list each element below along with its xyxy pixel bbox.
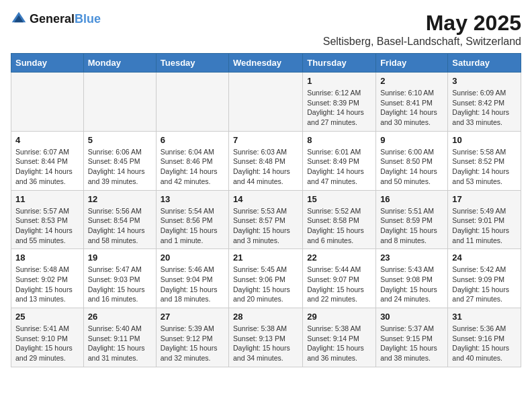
calendar-title: May 2025 [323,11,521,36]
day-number: 22 [307,253,371,263]
day-info: Sunrise: 5:42 AMSunset: 9:09 PMDaylight:… [452,265,517,304]
day-cell: 6Sunrise: 6:04 AMSunset: 8:46 PMDaylight… [156,131,228,190]
day-number: 28 [233,312,298,322]
logo-icon [11,11,27,27]
day-info: Sunrise: 5:51 AMSunset: 8:59 PMDaylight:… [380,206,443,246]
title-block: May 2025 Seltisberg, Basel-Landschaft, S… [323,11,521,48]
day-info: Sunrise: 5:43 AMSunset: 9:08 PMDaylight:… [380,265,443,304]
day-info: Sunrise: 5:38 AMSunset: 9:13 PMDaylight:… [233,324,298,363]
week-row-5: 25Sunrise: 5:41 AMSunset: 9:10 PMDayligh… [11,308,521,367]
day-number: 13 [161,194,224,204]
day-info: Sunrise: 5:58 AMSunset: 8:52 PMDaylight:… [452,147,517,187]
day-cell: 13Sunrise: 5:54 AMSunset: 8:56 PMDayligh… [156,190,228,249]
day-info: Sunrise: 6:07 AMSunset: 8:44 PMDaylight:… [15,147,79,187]
day-cell: 28Sunrise: 5:38 AMSunset: 9:13 PMDayligh… [229,308,303,367]
day-cell: 14Sunrise: 5:53 AMSunset: 8:57 PMDayligh… [229,190,303,249]
day-number: 10 [452,135,517,145]
day-number: 14 [233,194,298,204]
day-cell: 7Sunrise: 6:03 AMSunset: 8:48 PMDaylight… [229,131,303,190]
day-number: 5 [88,135,152,145]
calendar-subtitle: Seltisberg, Basel-Landschaft, Switzerlan… [323,36,521,48]
day-cell [156,73,228,132]
day-number: 11 [15,194,79,204]
day-cell: 16Sunrise: 5:51 AMSunset: 8:59 PMDayligh… [376,190,448,249]
day-info: Sunrise: 5:45 AMSunset: 9:06 PMDaylight:… [233,265,298,304]
day-info: Sunrise: 5:54 AMSunset: 8:56 PMDaylight:… [161,206,224,246]
day-cell: 23Sunrise: 5:43 AMSunset: 9:08 PMDayligh… [376,249,448,308]
day-number: 1 [307,76,371,86]
day-number: 4 [15,135,79,145]
day-info: Sunrise: 5:56 AMSunset: 8:54 PMDaylight:… [88,206,152,246]
day-cell: 25Sunrise: 5:41 AMSunset: 9:10 PMDayligh… [11,308,84,367]
day-cell: 1Sunrise: 6:12 AMSunset: 8:39 PMDaylight… [303,73,376,132]
day-number: 26 [88,312,152,322]
day-number: 17 [452,194,517,204]
header-cell-wednesday: Wednesday [229,54,303,73]
day-number: 3 [452,76,517,86]
day-cell: 31Sunrise: 5:36 AMSunset: 9:16 PMDayligh… [448,308,521,367]
day-info: Sunrise: 5:37 AMSunset: 9:15 PMDaylight:… [380,324,443,363]
day-info: Sunrise: 5:40 AMSunset: 9:11 PMDaylight:… [88,324,152,363]
day-number: 6 [161,135,224,145]
day-info: Sunrise: 5:44 AMSunset: 9:07 PMDaylight:… [307,265,371,304]
header-cell-friday: Friday [376,54,448,73]
day-info: Sunrise: 5:46 AMSunset: 9:04 PMDaylight:… [161,265,224,304]
week-row-1: 1Sunrise: 6:12 AMSunset: 8:39 PMDaylight… [11,73,521,132]
day-cell: 4Sunrise: 6:07 AMSunset: 8:44 PMDaylight… [11,131,84,190]
day-cell: 19Sunrise: 5:47 AMSunset: 9:03 PMDayligh… [83,249,156,308]
logo: GeneralBlue [11,11,101,27]
day-info: Sunrise: 5:36 AMSunset: 9:16 PMDaylight:… [452,324,517,363]
day-info: Sunrise: 5:47 AMSunset: 9:03 PMDaylight:… [88,265,152,304]
day-cell: 2Sunrise: 6:10 AMSunset: 8:41 PMDaylight… [376,73,448,132]
header-cell-monday: Monday [83,54,156,73]
day-cell: 30Sunrise: 5:37 AMSunset: 9:15 PMDayligh… [376,308,448,367]
day-number: 21 [233,253,298,263]
day-cell: 22Sunrise: 5:44 AMSunset: 9:07 PMDayligh… [303,249,376,308]
day-number: 18 [15,253,79,263]
header-cell-saturday: Saturday [448,54,521,73]
day-info: Sunrise: 6:06 AMSunset: 8:45 PMDaylight:… [88,147,152,187]
logo-text-general: General [30,12,75,26]
day-number: 29 [307,312,371,322]
day-number: 8 [307,135,371,145]
day-number: 20 [161,253,224,263]
day-cell: 5Sunrise: 6:06 AMSunset: 8:45 PMDaylight… [83,131,156,190]
day-info: Sunrise: 6:03 AMSunset: 8:48 PMDaylight:… [233,147,298,187]
day-cell: 24Sunrise: 5:42 AMSunset: 9:09 PMDayligh… [448,249,521,308]
calendar-header: SundayMondayTuesdayWednesdayThursdayFrid… [11,54,521,73]
day-cell: 20Sunrise: 5:46 AMSunset: 9:04 PMDayligh… [156,249,228,308]
week-row-4: 18Sunrise: 5:48 AMSunset: 9:02 PMDayligh… [11,249,521,308]
day-cell [11,73,84,132]
header-cell-sunday: Sunday [11,54,84,73]
day-info: Sunrise: 5:49 AMSunset: 9:01 PMDaylight:… [452,206,517,246]
header-cell-tuesday: Tuesday [156,54,228,73]
day-number: 23 [380,253,443,263]
day-cell [83,73,156,132]
day-info: Sunrise: 5:53 AMSunset: 8:57 PMDaylight:… [233,206,298,246]
day-number: 31 [452,312,517,322]
day-number: 9 [380,135,443,145]
header-row: SundayMondayTuesdayWednesdayThursdayFrid… [11,54,521,73]
header-cell-thursday: Thursday [303,54,376,73]
day-cell: 3Sunrise: 6:09 AMSunset: 8:42 PMDaylight… [448,73,521,132]
day-cell: 15Sunrise: 5:52 AMSunset: 8:58 PMDayligh… [303,190,376,249]
day-cell: 17Sunrise: 5:49 AMSunset: 9:01 PMDayligh… [448,190,521,249]
day-cell: 27Sunrise: 5:39 AMSunset: 9:12 PMDayligh… [156,308,228,367]
day-info: Sunrise: 5:41 AMSunset: 9:10 PMDaylight:… [15,324,79,363]
day-number: 27 [161,312,224,322]
day-number: 2 [380,76,443,86]
logo-text-blue: Blue [75,12,101,26]
day-cell: 12Sunrise: 5:56 AMSunset: 8:54 PMDayligh… [83,190,156,249]
day-number: 19 [88,253,152,263]
page-header: GeneralBlue May 2025 Seltisberg, Basel-L… [11,11,521,48]
day-info: Sunrise: 5:38 AMSunset: 9:14 PMDaylight:… [307,324,371,363]
day-cell: 9Sunrise: 6:00 AMSunset: 8:50 PMDaylight… [376,131,448,190]
day-info: Sunrise: 6:10 AMSunset: 8:41 PMDaylight:… [380,88,443,128]
day-number: 30 [380,312,443,322]
day-cell: 8Sunrise: 6:01 AMSunset: 8:49 PMDaylight… [303,131,376,190]
day-info: Sunrise: 5:57 AMSunset: 8:53 PMDaylight:… [15,206,79,246]
day-number: 24 [452,253,517,263]
day-info: Sunrise: 6:01 AMSunset: 8:49 PMDaylight:… [307,147,371,187]
day-info: Sunrise: 6:04 AMSunset: 8:46 PMDaylight:… [161,147,224,187]
day-cell: 10Sunrise: 5:58 AMSunset: 8:52 PMDayligh… [448,131,521,190]
